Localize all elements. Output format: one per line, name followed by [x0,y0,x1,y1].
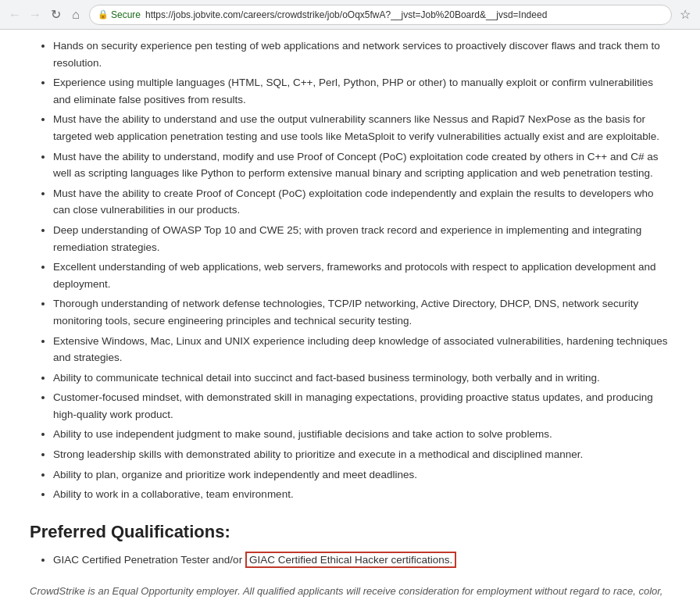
secure-badge: 🔒 Secure [98,9,141,20]
bookmark-button[interactable]: ☆ [677,6,694,23]
address-bar[interactable]: 🔒 Secure https://jobs.jobvite.com/career… [89,5,672,25]
list-item: Strong leadership skills with demonstrat… [53,446,670,463]
home-button[interactable]: ⌂ [67,6,84,23]
url-text: https://jobs.jobvite.com/careers/crowdst… [145,9,547,20]
back-button[interactable]: ← [6,6,23,23]
requirements-list: Hands on security experience pen testing… [30,38,670,503]
list-item: Must have the ability to understand and … [53,111,670,145]
list-item: Thorough understanding of network defens… [53,295,670,329]
page-content: Hands on security experience pen testing… [14,30,686,600]
list-item: Hands on security experience pen testing… [53,38,670,71]
list-item: Must have the ability to create Proof of… [53,185,670,219]
list-item: Must have the ability to understand, mod… [53,148,670,182]
list-item: Customer-focused mindset, with demonstra… [53,389,670,423]
browser-toolbar: ← → ↻ ⌂ 🔒 Secure https://jobs.jobvite.co… [0,0,700,30]
lock-icon: 🔒 [98,9,109,20]
preferred-list-item: GIAC Certified Penetration Tester and/or… [53,552,670,569]
list-item: Deep understanding of OWASP Top 10 and C… [53,222,670,255]
eeo-statement: CrowdStrike is an Equal Opportunity empl… [30,584,670,600]
preferred-qualifications-title: Preferred Qualifications: [30,522,670,542]
list-item: Extensive Windows, Mac, Linux and UNIX e… [53,333,670,366]
reload-button[interactable]: ↻ [47,6,64,23]
list-item: Ability to use independent judgment to m… [53,426,670,443]
forward-button[interactable]: → [27,6,44,23]
list-item: Excellent understanding of web applicati… [53,259,670,292]
text-before: GIAC Certified Penetration Tester and/or [53,554,245,566]
preferred-list: GIAC Certified Penetration Tester and/or… [30,552,670,569]
list-item: Ability to communicate technical detail … [53,370,670,387]
list-item: Ability to work in a collaborative, team… [53,486,670,503]
list-item: Ability to plan, organize and prioritize… [53,466,670,484]
nav-buttons: ← → ↻ ⌂ [6,6,84,23]
highlighted-certification: GIAC Certified Ethical Hacker certificat… [245,552,456,568]
secure-label: Secure [111,9,141,20]
list-item: Experience using multiple languages (HTM… [53,74,670,108]
